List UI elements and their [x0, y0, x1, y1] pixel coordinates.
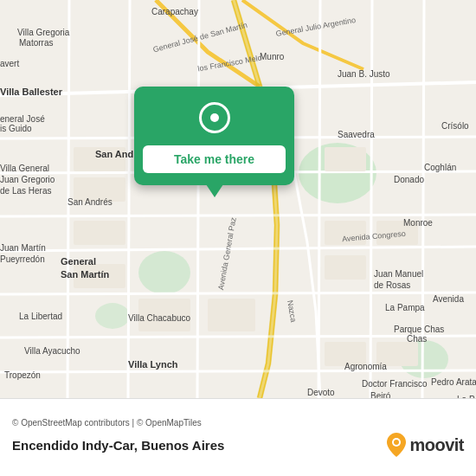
bottom-bar: © OpenStreetMap contributors | © OpenMap… [0, 398, 476, 476]
attribution-text: © OpenStreetMap contributors | © OpenMap… [12, 418, 464, 428]
svg-rect-31 [325, 342, 366, 366]
svg-line-17 [370, 0, 372, 398]
map-container: Carapachay Munro Villa Gregoria Matorras… [0, 0, 476, 398]
svg-line-18 [422, 0, 424, 398]
moovit-logo: moovit [387, 433, 464, 457]
svg-rect-30 [208, 299, 255, 331]
svg-rect-27 [376, 221, 418, 245]
svg-line-16 [318, 0, 320, 398]
svg-rect-20 [74, 177, 125, 202]
svg-rect-25 [325, 221, 366, 245]
svg-line-10 [0, 293, 476, 294]
svg-rect-29 [138, 299, 190, 331]
popup-card: Take me there [134, 87, 294, 185]
svg-rect-24 [325, 147, 366, 171]
svg-line-14 [128, 0, 130, 398]
svg-line-12 [0, 370, 476, 372]
moovit-text: moovit [409, 435, 464, 455]
svg-rect-19 [74, 147, 125, 171]
moovit-pin-icon [387, 433, 406, 457]
svg-rect-21 [74, 221, 125, 245]
svg-rect-28 [74, 264, 125, 288]
take-me-there-button[interactable]: Take me there [143, 145, 286, 173]
svg-rect-26 [325, 255, 366, 280]
location-row: Encendido Indy-Car, Buenos Aires moovit [12, 433, 464, 457]
svg-line-11 [0, 336, 476, 338]
svg-point-34 [394, 440, 399, 445]
svg-rect-32 [376, 342, 418, 366]
svg-point-4 [95, 303, 130, 329]
svg-point-2 [138, 251, 190, 294]
location-name: Encendido Indy-Car, Buenos Aires [12, 438, 224, 453]
svg-line-13 [68, 0, 69, 398]
popup-pin [199, 102, 230, 133]
svg-line-15 [197, 0, 199, 398]
popup-triangle [206, 184, 223, 197]
svg-line-8 [0, 215, 476, 216]
